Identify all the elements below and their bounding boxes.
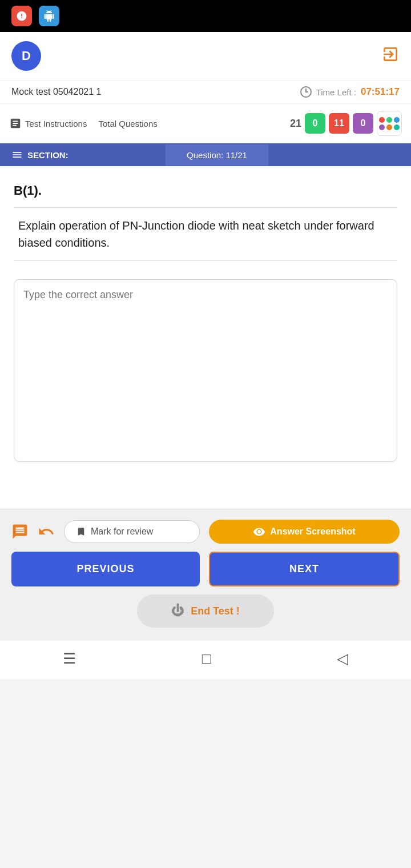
- palette-dot: [379, 117, 385, 123]
- test-instructions-label: Test Instructions: [25, 119, 87, 128]
- total-questions-label: Total Questions: [98, 119, 157, 128]
- menu-nav-icon[interactable]: ☰: [63, 650, 76, 668]
- chat-button[interactable]: [11, 523, 29, 540]
- palette-dot: [394, 117, 400, 123]
- section-label: SECTION:: [0, 143, 166, 166]
- timer-label: Time Left :: [316, 87, 356, 97]
- palette-dot: [394, 124, 400, 130]
- divider-top: [14, 207, 397, 208]
- palette-dot: [379, 124, 385, 130]
- timer-section: Time Left : 07:51:17: [300, 86, 400, 98]
- avatar: D: [11, 41, 41, 71]
- status-bar: [0, 0, 411, 32]
- answer-screenshot-button[interactable]: Answer Screenshot: [209, 520, 400, 544]
- power-icon: ⏻: [171, 604, 184, 618]
- skipped-badge: 0: [353, 113, 373, 134]
- question-label: B(1).: [14, 183, 397, 198]
- answer-input[interactable]: [14, 279, 397, 462]
- palette-dot: [386, 117, 392, 123]
- mark-review-button[interactable]: Mark for review: [64, 520, 200, 543]
- questions-bar: Test Instructions Total Questions 21 0 1…: [0, 104, 411, 143]
- undo-button[interactable]: [38, 523, 55, 540]
- bottom-toolbar: Mark for review Answer Screenshot PREVIO…: [0, 509, 411, 640]
- main-content: B(1). Explain operation of PN-Junction d…: [0, 166, 411, 509]
- toolbar-row2: PREVIOUS NEXT: [11, 552, 400, 586]
- question-text: Explain operation of PN-Junction diode w…: [14, 217, 397, 251]
- toolbar-row1: Mark for review Answer Screenshot: [11, 520, 400, 544]
- logout-icon[interactable]: [381, 45, 400, 67]
- divider-bottom: [14, 260, 397, 261]
- nav-bar: ☰ □ ◁: [0, 640, 411, 679]
- mock-test-info: Mock test 05042021 1 Time Left : 07:51:1…: [0, 81, 411, 104]
- end-test-button[interactable]: ⏻ End Test !: [137, 594, 274, 628]
- total-count: 21: [290, 118, 301, 130]
- android-icon: [39, 6, 59, 26]
- wrong-badge: 11: [329, 113, 349, 134]
- answered-badge: 0: [305, 113, 325, 134]
- end-test-row: ⏻ End Test !: [11, 594, 400, 628]
- question-counts: 21 0 11 0: [290, 111, 402, 136]
- timer-value: 07:51:17: [361, 86, 400, 98]
- section-bar: SECTION: Question: 11/21: [0, 143, 411, 166]
- back-nav-icon[interactable]: ◁: [337, 650, 348, 668]
- mark-review-label: Mark for review: [91, 527, 153, 537]
- mock-test-title: Mock test 05042021 1: [11, 87, 101, 97]
- notification-icon: [11, 6, 32, 26]
- answer-screenshot-label: Answer Screenshot: [270, 527, 355, 537]
- previous-button[interactable]: PREVIOUS: [11, 552, 200, 586]
- test-instructions-btn[interactable]: Test Instructions: [9, 117, 87, 130]
- question-number: Question: 11/21: [166, 144, 268, 166]
- clock-icon: [300, 86, 312, 98]
- next-button[interactable]: NEXT: [209, 552, 400, 586]
- palette-dot: [386, 124, 392, 130]
- end-test-label: End Test !: [191, 605, 240, 617]
- header: D: [0, 32, 411, 81]
- dots-grid: [379, 117, 400, 130]
- palette-icon[interactable]: [377, 111, 402, 136]
- home-nav-icon[interactable]: □: [202, 650, 211, 668]
